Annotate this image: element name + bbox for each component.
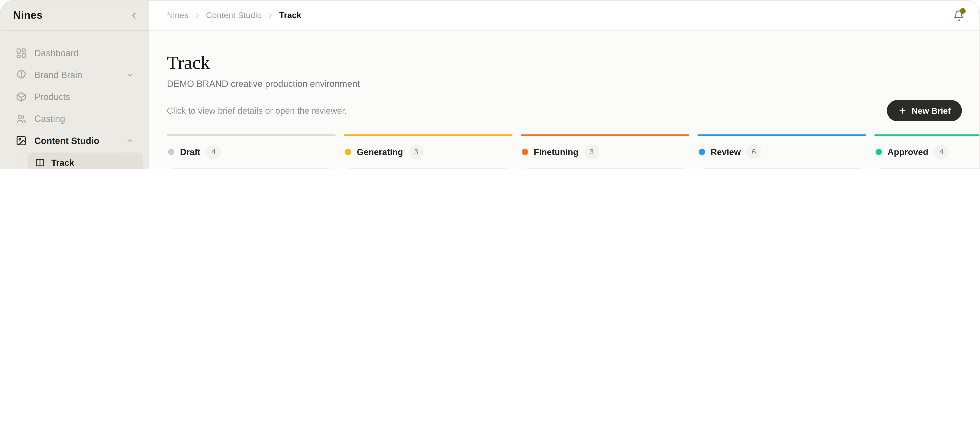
breadcrumb: Nines Content Studio Track xyxy=(167,11,301,20)
sidebar-item-label: Brand Brain xyxy=(34,70,118,80)
sidebar-collapse-button[interactable] xyxy=(129,10,139,20)
sidebar-item-brand-brain[interactable]: Brand Brain xyxy=(7,64,143,86)
chevron-up-icon xyxy=(126,136,134,145)
content-studio-submenu: Track PDP Builder Create xyxy=(21,153,143,169)
sidebar-item-content-studio[interactable]: Content Studio xyxy=(7,129,143,151)
dashboard-grid-icon xyxy=(16,47,27,59)
main-area: Nines Content Studio Track Track DEMO BR… xyxy=(150,1,979,169)
column-count-badge: 3 xyxy=(409,144,424,159)
card-photo xyxy=(875,169,980,169)
app-window: Nines Dashboard Brand Brain xyxy=(0,0,980,169)
column-header: Generating 3 xyxy=(345,144,512,159)
column-count-badge: 4 xyxy=(934,144,949,159)
sidebar-item-products[interactable]: Products xyxy=(7,86,143,108)
column-count-badge: 4 xyxy=(206,144,221,159)
notification-dot xyxy=(960,8,966,14)
sidebar-item-label: Dashboard xyxy=(34,48,134,58)
brief-card[interactable]: Fendi Coat PDP - Full FND-C0088PDP ETA: … xyxy=(344,168,512,169)
status-dot xyxy=(522,149,528,155)
users-icon xyxy=(16,113,27,124)
board-column-draft: Draft 4 Blazer Dress - Detail Angles AW-… xyxy=(167,134,336,169)
status-dot xyxy=(168,149,174,155)
status-dot xyxy=(699,149,705,155)
sidebar-item-label: Content Studio xyxy=(34,135,118,145)
sidebar-item-track[interactable]: Track xyxy=(27,153,143,169)
column-title: Generating xyxy=(357,147,403,157)
package-icon xyxy=(16,91,27,102)
column-accent-bar xyxy=(874,134,979,136)
chevron-right-icon xyxy=(194,12,201,19)
column-header: Draft 4 xyxy=(168,144,336,159)
board-column-review: Review 6 Silk Track Jacket - On Model AW… xyxy=(697,134,866,169)
chevron-left-icon xyxy=(129,10,139,20)
column-count-badge: 6 xyxy=(746,144,761,159)
columns-icon xyxy=(35,157,45,167)
column-accent-bar xyxy=(344,134,512,136)
board-column-approved: Approved 4 Mock-Neck Zip Tee - E-comm AW… xyxy=(874,134,979,169)
sidebar-item-dashboard[interactable]: Dashboard xyxy=(7,42,143,64)
brain-icon xyxy=(16,69,27,80)
app-logo: Nines xyxy=(13,9,43,22)
hint-text: Click to view brief details or open the … xyxy=(167,106,347,116)
board-column-finetuning: Finetuning 3 Track Collection Lookbook -… xyxy=(520,134,689,169)
top-bar: Nines Content Studio Track xyxy=(150,1,979,31)
kanban-board: Draft 4 Blazer Dress - Detail Angles AW-… xyxy=(167,134,962,169)
brief-card[interactable]: Track Collection Lookbook - Look 2 AW-SE… xyxy=(520,168,689,169)
brief-card[interactable]: Blazer Dress - Detail Angles AW-BLD-001P… xyxy=(167,168,336,169)
new-brief-label: New Brief xyxy=(912,106,951,115)
column-title: Draft xyxy=(180,147,200,157)
sidebar-item-casting[interactable]: Casting xyxy=(7,108,143,129)
status-dot xyxy=(875,149,882,155)
brief-card[interactable]: Mock-Neck Zip Tee - E-comm AW-ZIP-009 1 … xyxy=(874,168,979,169)
brief-card[interactable]: Silk Track Jacket - On Model AW-SLK-007P… xyxy=(697,168,866,169)
plus-icon xyxy=(898,107,907,115)
new-brief-button[interactable]: New Brief xyxy=(887,100,962,121)
toolbar: Click to view brief details or open the … xyxy=(167,100,962,121)
board-column-generating: Generating 3 Fendi Coat PDP - Full FND-C… xyxy=(344,134,512,169)
breadcrumb-item-track: Track xyxy=(279,11,301,20)
status-dot xyxy=(345,149,351,155)
sidebar-item-label: Track xyxy=(51,157,74,167)
sidebar-nav: Dashboard Brand Brain Products xyxy=(1,31,150,169)
breadcrumb-item-content-studio[interactable]: Content Studio xyxy=(206,11,262,20)
page-content: Track DEMO BRAND creative production env… xyxy=(150,31,979,169)
column-header: Finetuning 3 xyxy=(522,144,689,159)
chevron-right-icon xyxy=(267,12,274,19)
sidebar-item-label: Products xyxy=(34,92,134,102)
notification-bell-button[interactable] xyxy=(953,10,964,21)
image-icon xyxy=(16,135,27,146)
breadcrumb-item-nines[interactable]: Nines xyxy=(167,11,188,20)
sidebar: Nines Dashboard Brand Brain xyxy=(1,1,150,169)
sidebar-header: Nines xyxy=(1,1,150,31)
sidebar-item-label: Casting xyxy=(34,113,134,124)
chevron-down-icon xyxy=(126,70,134,79)
page-title: Track xyxy=(167,52,962,73)
page-subtitle: DEMO BRAND creative production environme… xyxy=(167,79,962,89)
column-accent-bar xyxy=(167,134,336,136)
column-accent-bar xyxy=(520,134,689,136)
column-header: Approved 4 xyxy=(875,144,979,159)
column-title: Approved xyxy=(888,147,928,157)
column-title: Review xyxy=(711,147,741,157)
column-header: Review 6 xyxy=(699,144,866,159)
column-count-badge: 3 xyxy=(584,144,599,159)
column-title: Finetuning xyxy=(534,147,578,157)
card-photo xyxy=(698,169,866,169)
column-accent-bar xyxy=(697,134,866,136)
